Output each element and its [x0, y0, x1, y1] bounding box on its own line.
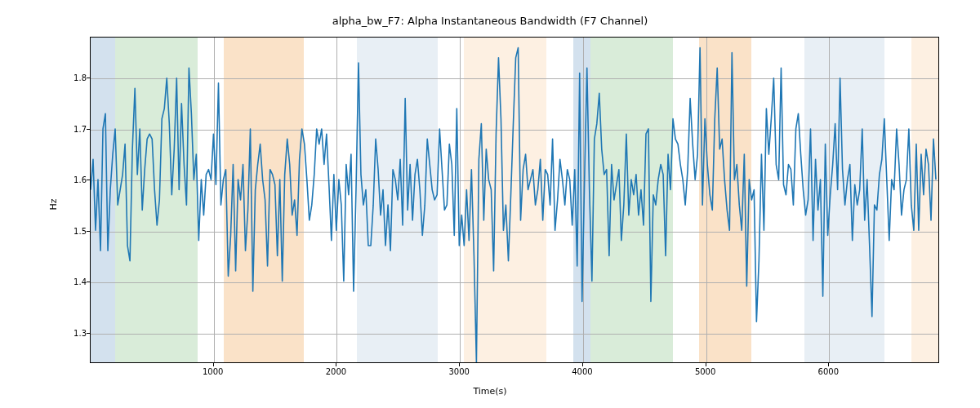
x-tick-label: 1000: [203, 367, 223, 376]
y-tick-mark: [87, 78, 90, 78]
y-tick-mark: [87, 129, 90, 130]
x-tick-label: 6000: [818, 367, 839, 376]
x-tick-label: 3000: [448, 367, 469, 376]
y-axis-label: Hz: [47, 0, 59, 408]
x-tick-mark: [706, 363, 706, 366]
chart-title: alpha_bw_F7: Alpha Instantaneous Bandwid…: [0, 15, 980, 27]
x-tick-mark: [336, 363, 336, 366]
x-axis-label: Time(s): [0, 386, 980, 397]
y-tick-mark: [87, 333, 90, 334]
line-series: [91, 38, 938, 362]
x-tick-label: 4000: [572, 367, 592, 376]
y-tick-label: 1.5: [64, 226, 87, 235]
x-tick-label: 5000: [695, 367, 715, 376]
x-tick-mark: [828, 363, 829, 366]
y-tick-mark: [87, 180, 90, 180]
figure: alpha_bw_F7: Alpha Instantaneous Bandwid…: [0, 0, 980, 408]
y-tick-label: 1.3: [64, 328, 87, 337]
y-tick-mark: [87, 231, 90, 232]
x-tick-mark: [459, 363, 460, 366]
x-tick-mark: [213, 363, 214, 366]
x-tick-label: 2000: [326, 367, 346, 376]
y-tick-label: 1.6: [64, 175, 87, 184]
y-tick-label: 1.8: [64, 73, 87, 82]
axes-area: [90, 37, 939, 363]
x-tick-mark: [582, 363, 583, 366]
y-tick-mark: [87, 282, 90, 282]
y-tick-label: 1.4: [64, 277, 87, 286]
y-tick-label: 1.7: [64, 124, 87, 133]
